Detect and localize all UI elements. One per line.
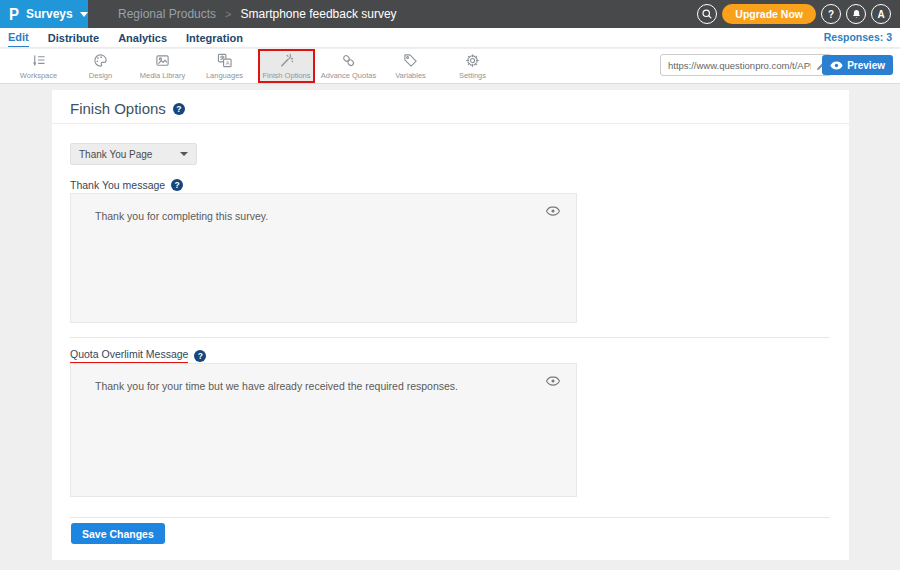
section-divider (70, 337, 830, 338)
toolbar-item-settings[interactable]: Settings (444, 49, 501, 83)
page-title: Finish Options (70, 100, 166, 117)
notifications-button[interactable] (846, 4, 866, 24)
topbar-actions: Upgrade Now ? A (697, 4, 891, 24)
toolbar-item-finish-options[interactable]: Finish Options (258, 49, 315, 83)
breadcrumb-folder[interactable]: Regional Products (118, 7, 216, 21)
finish-type-value: Thank You Page (79, 149, 152, 160)
upgrade-now-button[interactable]: Upgrade Now (722, 4, 816, 24)
toolbar-item-variables[interactable]: Variables (382, 49, 439, 83)
questionpro-app: P Surveys Regional Products > Smartphone… (0, 0, 900, 570)
svg-text:A: A (226, 60, 230, 66)
quota-overlimit-help-icon[interactable]: ? (194, 350, 206, 362)
tab-edit[interactable]: Edit (8, 29, 29, 47)
section-tabs: Edit Distribute Analytics Integration (8, 28, 243, 48)
finish-options-panel: Finish Options ? Thank You Page Thank Yo… (52, 90, 849, 560)
workspace-icon (31, 53, 46, 68)
tab-analytics[interactable]: Analytics (118, 30, 167, 47)
finish-type-select[interactable]: Thank You Page (70, 143, 197, 165)
toolbar-item-media-library[interactable]: Media Library (134, 49, 191, 83)
survey-section-nav: Edit Distribute Analytics Integration Re… (0, 28, 900, 48)
toolbar-item-languages[interactable]: A Languages (196, 49, 253, 83)
thank-you-preview-button[interactable] (546, 202, 560, 220)
variables-icon (403, 53, 418, 68)
surveys-product-menu[interactable]: P Surveys (0, 0, 88, 28)
breadcrumb-separator: > (225, 8, 231, 20)
quota-overlimit-textarea[interactable]: Thank you for your time but we have alre… (71, 364, 576, 496)
eye-icon (830, 61, 843, 70)
thank-you-help-icon[interactable]: ? (171, 179, 183, 191)
search-button[interactable] (697, 4, 717, 24)
title-divider (52, 123, 849, 124)
tab-distribute[interactable]: Distribute (48, 30, 99, 47)
advance-quotas-icon (341, 53, 356, 68)
finish-options-help-icon[interactable]: ? (173, 103, 185, 115)
thank-you-message-textarea[interactable]: Thank you for completing this survey. (71, 194, 576, 322)
quota-overlimit-label: Quota Overlimit Message (70, 348, 188, 364)
chevron-down-icon (80, 12, 88, 17)
quota-overlimit-preview-button[interactable] (546, 372, 560, 390)
finish-options-icon (279, 53, 294, 68)
edit-toolbar: Workspace Design Media Library (0, 49, 900, 84)
tab-integration[interactable]: Integration (186, 30, 243, 47)
languages-icon: A (217, 53, 232, 68)
top-navbar: P Surveys Regional Products > Smartphone… (0, 0, 900, 28)
thank-you-message-box: Thank you for completing this survey. (70, 193, 577, 323)
settings-icon (465, 53, 480, 68)
quota-overlimit-box: Thank you for your time but we have alre… (70, 363, 577, 497)
responses-count[interactable]: Responses: 3 (824, 31, 892, 43)
search-icon (701, 8, 713, 20)
toolbar-items: Workspace Design Media Library (10, 49, 501, 83)
survey-url-input[interactable] (660, 54, 832, 76)
toolbar-item-design[interactable]: Design (72, 49, 129, 83)
footer-divider (70, 517, 830, 518)
questionpro-logo: P (9, 5, 19, 23)
save-changes-button[interactable]: Save Changes (71, 523, 165, 544)
help-button[interactable]: ? (821, 4, 841, 24)
main-content: Finish Options ? Thank You Page Thank Yo… (0, 85, 900, 570)
thank-you-message-label: Thank You message (70, 179, 165, 191)
eye-icon (546, 376, 560, 386)
preview-label: Preview (847, 60, 885, 71)
survey-url-field (660, 54, 832, 76)
eye-icon (546, 206, 560, 216)
toolbar-item-workspace[interactable]: Workspace (10, 49, 67, 83)
media-library-icon (155, 53, 170, 68)
bell-icon (851, 8, 862, 20)
toolbar-item-advance-quotas[interactable]: Advance Quotas (320, 49, 377, 83)
product-menu-label: Surveys (26, 7, 73, 21)
chevron-down-icon (180, 152, 188, 156)
account-avatar[interactable]: A (871, 4, 891, 24)
breadcrumb: Regional Products > Smartphone feedback … (118, 0, 397, 28)
design-icon (93, 53, 108, 68)
preview-button[interactable]: Preview (822, 55, 893, 75)
breadcrumb-survey-title: Smartphone feedback survey (241, 7, 397, 21)
